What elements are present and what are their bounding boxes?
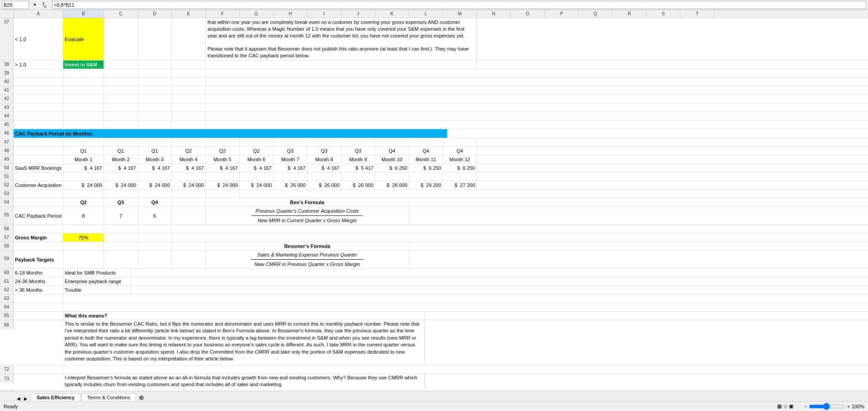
col-header-I[interactable]: I — [307, 10, 341, 18]
cell-reference-box[interactable]: B29 — [2, 1, 29, 9]
cell-D52[interactable]: $ 24 000 — [138, 181, 172, 189]
cell-I48[interactable]: Q3 — [307, 147, 341, 155]
cell-B58[interactable] — [63, 242, 104, 250]
cell-D55[interactable]: 6 — [138, 207, 172, 224]
cell-H52[interactable]: $ 26 000 — [274, 181, 307, 189]
cell-L50[interactable]: $ 6 250 — [409, 164, 443, 172]
cell-C54[interactable]: Q3 — [104, 198, 138, 206]
cell-C55[interactable]: 7 — [104, 207, 138, 224]
cell-D48[interactable]: Q1 — [138, 147, 172, 155]
cell-H50[interactable]: $ 4 167 — [274, 164, 307, 172]
cell-B48[interactable]: Q1 — [63, 147, 104, 155]
cell-H49[interactable]: Month 7 — [274, 155, 307, 163]
cell-E54[interactable] — [172, 198, 206, 206]
cell-D49[interactable]: Month 3 — [138, 155, 172, 163]
cell-B61[interactable]: Enterprise payback range — [63, 277, 131, 285]
cell-F50[interactable]: $ 4 167 — [206, 164, 240, 172]
cell-G52[interactable]: $ 24 000 — [240, 181, 274, 189]
col-header-P[interactable]: P — [545, 10, 579, 18]
cell-E48[interactable]: Q2 — [172, 147, 206, 155]
cell-C57[interactable] — [104, 234, 138, 242]
cell-A58[interactable] — [14, 242, 63, 250]
cell-M52[interactable]: $ 27 200 — [443, 181, 477, 189]
col-header-R[interactable]: R — [613, 10, 646, 18]
cell-F54-bens-formula[interactable]: Ben's Formula — [206, 198, 409, 206]
cell-F49[interactable]: Month 5 — [206, 155, 240, 163]
cell-A50[interactable]: SaaS MRR Bookings (not rev — [14, 164, 63, 172]
cell-J49[interactable]: Month 9 — [341, 155, 375, 163]
cell-M50[interactable]: $ 6 250 — [443, 164, 477, 172]
cell-K52[interactable]: $ 28 000 — [375, 181, 409, 189]
cell-E58[interactable] — [172, 242, 206, 250]
cell-L52[interactable]: $ 29 200 — [409, 181, 443, 189]
cell-C58[interactable] — [104, 242, 138, 250]
col-header-O[interactable]: O — [511, 10, 545, 18]
cell-B38[interactable]: Invest in S&M — [63, 61, 104, 69]
cell-A59[interactable]: Payback Targets — [14, 251, 63, 268]
cell-A73[interactable] — [14, 374, 63, 375]
col-header-T[interactable]: T — [680, 10, 714, 18]
cell-A54[interactable] — [14, 198, 63, 206]
cell-D37[interactable] — [138, 18, 172, 60]
cell-A37[interactable]: < 1.0 — [14, 18, 63, 60]
cell-A57[interactable]: Gross Margin — [14, 234, 63, 242]
cell-E38[interactable] — [172, 61, 206, 69]
cell-F37[interactable]: that within one year you are completely … — [206, 18, 477, 60]
cell-A38[interactable]: > 1.0 — [14, 61, 63, 69]
cell-I52[interactable]: $ 26 000 — [307, 181, 341, 189]
col-header-D[interactable]: D — [138, 10, 172, 18]
cell-M48[interactable]: Q4 — [443, 147, 477, 155]
cell-B55[interactable]: 8 — [63, 207, 104, 224]
cell-C50[interactable]: $ 4 167 — [104, 164, 138, 172]
cell-D58[interactable] — [138, 242, 172, 250]
cell-H48[interactable]: Q3 — [274, 147, 307, 155]
cell-L49[interactable]: Month 11 — [409, 155, 443, 163]
cell-B52[interactable]: $ 24 000 — [63, 181, 104, 189]
cell-B62[interactable]: Trouble — [63, 286, 131, 294]
cell-I49[interactable]: Month 8 — [307, 155, 341, 163]
col-header-M[interactable]: M — [443, 10, 477, 18]
cell-K48[interactable]: Q4 — [375, 147, 409, 155]
cell-D38[interactable] — [138, 61, 172, 69]
col-header-B[interactable]: B — [63, 10, 104, 18]
cell-C49[interactable]: Month 2 — [104, 155, 138, 163]
cell-E37[interactable] — [172, 18, 206, 60]
col-header-L[interactable]: L — [409, 10, 443, 18]
cell-A60[interactable]: 6-18 Months — [14, 269, 63, 277]
cell-A48[interactable] — [14, 147, 63, 155]
cell-C38[interactable] — [104, 61, 138, 69]
cell-B37[interactable]: Evaluate — [63, 18, 104, 60]
cell-E49[interactable]: Month 4 — [172, 155, 206, 163]
cell-E50[interactable]: $ 4 167 — [172, 164, 206, 172]
cell-A49[interactable] — [14, 155, 63, 163]
cell-E52[interactable]: $ 24 000 — [172, 181, 206, 189]
col-header-S[interactable]: S — [646, 10, 680, 18]
cell-G49[interactable]: Month 6 — [240, 155, 274, 163]
col-header-F[interactable]: F — [206, 10, 240, 18]
cell-J52[interactable]: $ 26 000 — [341, 181, 375, 189]
cell-C52[interactable]: $ 24 000 — [104, 181, 138, 189]
cell-A65[interactable] — [14, 312, 63, 320]
cell-E55[interactable] — [172, 207, 206, 224]
col-header-J[interactable]: J — [341, 10, 375, 18]
col-header-A[interactable]: A — [14, 10, 63, 18]
cell-D57[interactable] — [138, 234, 172, 242]
cell-B60[interactable]: Ideal for SMB Products — [63, 269, 131, 277]
cell-A62[interactable]: > 36 Months — [14, 286, 63, 294]
cell-A55[interactable]: CAC Payback Period (month — [14, 207, 63, 224]
col-header-K[interactable]: K — [375, 10, 409, 18]
cell-J50[interactable]: $ 5 417 — [341, 164, 375, 172]
cell-A52[interactable]: Customer Acquisition Costs — [14, 181, 63, 189]
cell-F52[interactable]: $ 24 000 — [206, 181, 240, 189]
cell-I50[interactable]: $ 4 167 — [307, 164, 341, 172]
cell-C48[interactable]: Q1 — [104, 147, 138, 155]
cell-B49[interactable]: Month 1 — [63, 155, 104, 163]
cell-K49[interactable]: Month 10 — [375, 155, 409, 163]
col-header-H[interactable]: H — [274, 10, 307, 18]
cell-D54[interactable]: Q4 — [138, 198, 172, 206]
cell-M49[interactable]: Month 12 — [443, 155, 477, 163]
cell-B50[interactable]: $ 4 167 — [63, 164, 104, 172]
cell-E59[interactable] — [172, 251, 206, 268]
cell-K50[interactable]: $ 6 250 — [375, 164, 409, 172]
cell-A46[interactable]: CAC Payback Period (in Months) — [14, 129, 448, 138]
